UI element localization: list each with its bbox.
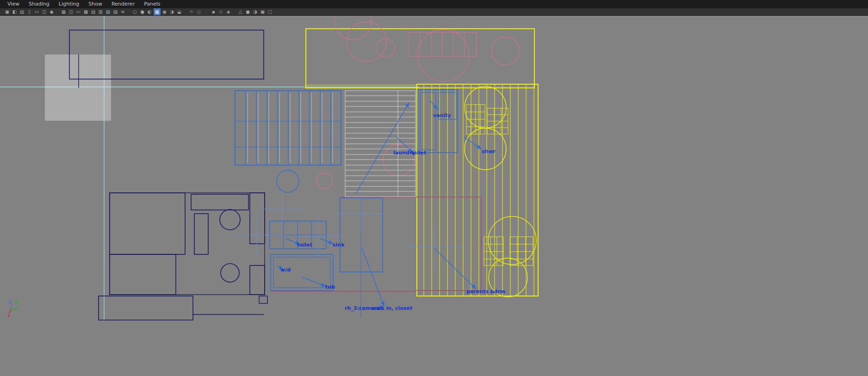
axis-indicator: z y x	[7, 299, 19, 318]
screen-space-ao-icon[interactable]: ◒	[176, 8, 183, 15]
color-management-icon[interactable]: ▣	[259, 8, 266, 15]
axis-z-label: z	[8, 299, 11, 304]
menu-shading[interactable]: Shading	[24, 0, 54, 8]
label-tub: tub	[325, 284, 335, 290]
grease-pencil-icon[interactable]: ◆	[48, 8, 55, 15]
gate-mask-icon[interactable]: ▩	[82, 8, 89, 15]
gray-overlay-square	[45, 55, 111, 121]
2d-pan-zoom-icon[interactable]: ◫	[41, 8, 48, 15]
film-gate-icon[interactable]: ◫	[68, 8, 74, 15]
menu-panels[interactable]: Panels	[139, 0, 165, 8]
label-vanity: vanity	[433, 112, 451, 118]
wireframe-icon[interactable]: ○	[131, 8, 138, 15]
furniture-lower-left	[99, 193, 267, 320]
object-details-icon[interactable]: ≡	[119, 8, 126, 15]
label-toilet-upper: toilet	[411, 150, 426, 156]
multisample-aa-icon[interactable]: ▨	[195, 8, 202, 15]
isolate-select-icon[interactable]: ▪	[210, 8, 217, 15]
image-plane-icon[interactable]: ▭	[33, 8, 40, 15]
menu-lighting[interactable]: Lighting	[54, 0, 84, 8]
menu-view[interactable]: View	[3, 0, 24, 8]
panel-menu-bar: View Shading Lighting Show Renderer Pane…	[0, 0, 868, 8]
safe-title-icon[interactable]: ▧	[105, 8, 112, 15]
viewport-panel[interactable]: vanity shwr laundry toilet toilet sink w…	[0, 16, 868, 376]
viewport-renderer-icon[interactable]: □	[267, 8, 273, 15]
vanity-fixtures	[418, 90, 481, 153]
wireframe-on-shaded-icon[interactable]: ◐	[146, 8, 153, 15]
xray-active-components-icon[interactable]: ◈	[225, 8, 232, 15]
gamma-icon[interactable]: ◑	[252, 8, 259, 15]
shaded-icon[interactable]: ●	[139, 8, 146, 15]
motion-blur-icon[interactable]: ◓	[188, 8, 195, 15]
bookmark-icon[interactable]: ▯	[26, 8, 33, 15]
shadows-icon[interactable]: ◑	[168, 8, 175, 15]
depth-of-field-icon[interactable]: ◌	[203, 8, 210, 15]
xray-joints-icon[interactable]: △	[237, 8, 244, 15]
label-parents-bdrm: parents bdrm	[466, 289, 505, 295]
axis-x-label: x	[7, 313, 10, 318]
yellow-tile-grid	[466, 105, 533, 265]
label-walk-in-closet: walk in, closet	[371, 305, 412, 311]
field-chart-icon[interactable]: ▤	[90, 8, 97, 15]
locator-crosshairs	[229, 189, 463, 268]
safe-action-icon[interactable]: ▥	[97, 8, 104, 15]
grid-icon[interactable]: ▦	[60, 8, 67, 15]
bath-laundry-fixtures	[229, 189, 476, 317]
label-toilet: toilet	[297, 242, 312, 248]
use-all-lights-icon[interactable]: ◉	[161, 8, 168, 15]
menu-show[interactable]: Show	[84, 0, 107, 8]
select-camera-icon[interactable]: ▣	[4, 8, 11, 15]
panel-toolbar: ▣ ◧ ▤ ▯ ▭ ◫ ◆ ▦ ◫ ▭ ▩ ▤ ▥ ▧ ▨ ≡ ○ ● ◐ ▦ …	[0, 8, 868, 16]
xray-icon[interactable]: ◇	[217, 8, 224, 15]
hud-icon[interactable]: ▨	[112, 8, 119, 15]
window-grid	[235, 91, 341, 192]
camera-attributes-icon[interactable]: ▤	[19, 8, 25, 15]
staircase	[345, 91, 415, 197]
textured-icon[interactable]: ▦	[154, 8, 161, 15]
resolution-gate-icon[interactable]: ▭	[75, 8, 82, 15]
label-washer-dryer: w/d	[280, 267, 291, 273]
lock-camera-icon[interactable]: ◧	[11, 8, 18, 15]
label-shwr: shwr	[482, 148, 496, 154]
label-sink: sink	[333, 242, 345, 248]
menu-renderer[interactable]: Renderer	[107, 0, 139, 8]
exposure-icon[interactable]: ●	[244, 8, 251, 15]
viewport-canvas: vanity shwr laundry toilet toilet sink w…	[0, 16, 868, 376]
axis-y-label: y	[15, 299, 18, 304]
